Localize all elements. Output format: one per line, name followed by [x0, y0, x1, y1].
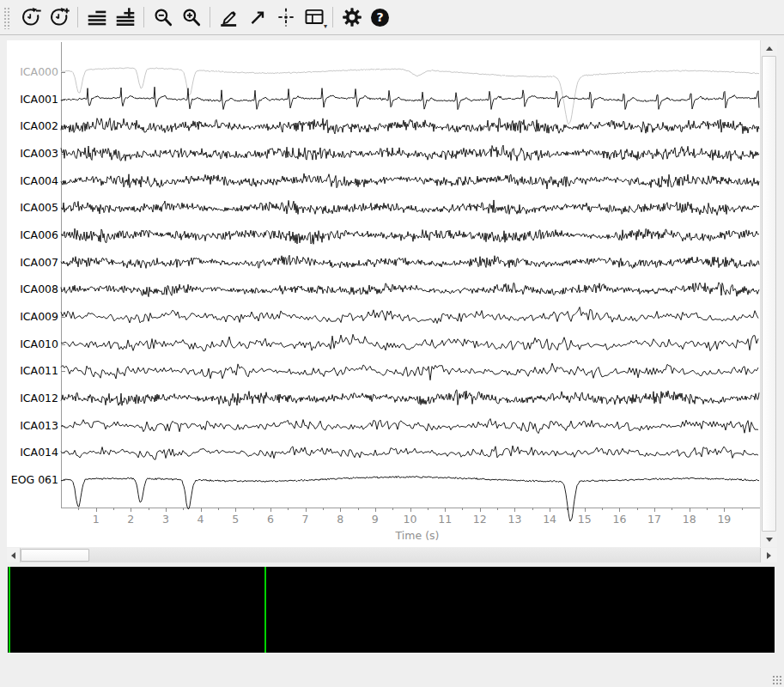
toolbar: ▾ ? — [0, 0, 784, 35]
overview-view-boundary-line — [9, 567, 10, 653]
overview-view-boundary-line — [264, 567, 266, 653]
traces-canvas[interactable] — [7, 40, 760, 523]
clock-minus-icon — [20, 6, 42, 28]
pencil-icon — [218, 6, 240, 28]
zoom-out-button[interactable] — [149, 4, 176, 31]
triangle-up-icon — [766, 46, 773, 51]
vertical-scrollbar[interactable] — [760, 40, 777, 547]
plot-area[interactable]: ICA000ICA001ICA002ICA003ICA004ICA005ICA0… — [7, 40, 760, 547]
settings-button[interactable] — [338, 4, 365, 31]
signal-browser: ICA000ICA001ICA002ICA003ICA004ICA005ICA0… — [7, 40, 777, 547]
triangle-down-icon — [766, 538, 773, 542]
horizontal-scrollbar-thumb[interactable] — [21, 549, 89, 562]
fewer-channels-button[interactable] — [83, 4, 110, 31]
scroll-right-button[interactable] — [760, 548, 777, 562]
window-resize-grip[interactable] — [772, 675, 782, 685]
help-button[interactable]: ? — [367, 4, 393, 31]
crosshair-button[interactable] — [272, 4, 299, 31]
vertical-scrollbar-thumb[interactable] — [762, 56, 776, 532]
triangle-right-icon — [767, 552, 771, 559]
scroll-left-button[interactable] — [7, 548, 21, 562]
help-icon: ? — [371, 9, 389, 27]
scale-bars-button[interactable] — [244, 4, 270, 31]
projectors-button[interactable]: ▾ — [301, 4, 327, 31]
triangle-left-icon — [11, 552, 15, 559]
toolbar-separator — [143, 7, 144, 27]
magnifier-plus-icon — [180, 6, 203, 28]
scroll-up-button[interactable] — [761, 40, 778, 56]
horizontal-scrollbar[interactable] — [7, 548, 777, 562]
channels-minus-icon — [86, 6, 108, 28]
shorter-time-window-button[interactable] — [17, 4, 44, 31]
longer-time-window-button[interactable] — [46, 4, 72, 31]
scroll-down-button[interactable] — [761, 532, 778, 547]
magnifier-minus-icon — [152, 6, 174, 28]
channels-plus-icon — [114, 6, 137, 28]
toolbar-separator — [210, 7, 210, 27]
annotations-button[interactable] — [216, 4, 242, 31]
toolbar-separator — [77, 7, 78, 27]
zoom-in-button[interactable] — [178, 4, 204, 31]
gear-icon — [341, 6, 363, 28]
toolbar-drag-handle[interactable] — [3, 6, 10, 29]
x-axis-label: Time (s) — [383, 529, 452, 542]
more-channels-button[interactable] — [112, 4, 138, 31]
chevron-down-icon: ▾ — [324, 23, 327, 30]
arrow-up-right-icon — [246, 6, 269, 28]
crosshair-icon — [275, 6, 297, 28]
overview-bar[interactable] — [8, 567, 775, 653]
clock-plus-icon — [48, 6, 70, 28]
layout-icon — [303, 6, 325, 28]
toolbar-separator — [332, 7, 333, 27]
